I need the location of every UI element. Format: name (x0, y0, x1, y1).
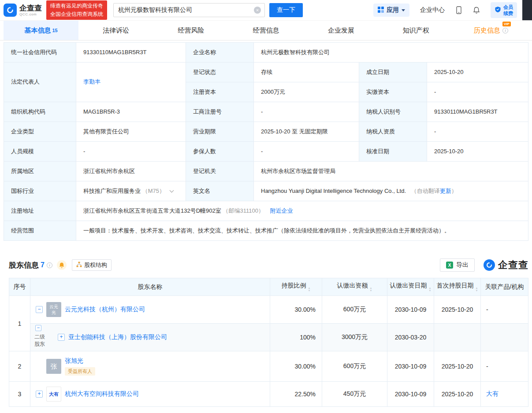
amount-date-value: 2030-03-20 (387, 324, 434, 351)
expand-icon[interactable] (58, 334, 65, 341)
first-date-value: 2025-10-20 (434, 296, 481, 324)
first-date-value (434, 324, 481, 351)
biz-reg-no-value: - (254, 102, 359, 122)
related-product-link[interactable]: 大有 (486, 390, 499, 397)
address-label: 注册地址 (4, 201, 76, 221)
tab-operation-info[interactable]: 经营信息 (228, 21, 303, 40)
slogan-line1: 缔造有远见的商业传奇 (50, 2, 103, 10)
tab-history-info[interactable]: 历史信息 VIP (454, 21, 528, 40)
search-button[interactable]: 查一下 (269, 3, 303, 17)
search-input[interactable] (113, 3, 265, 17)
col-amount[interactable]: 认缴出资额 (322, 278, 387, 296)
slogan-line2: 全国企业信用查询系统 (50, 10, 103, 18)
logo-title: 企查查 (19, 4, 42, 12)
amount-date-value: 2030-10-09 (387, 351, 434, 382)
legal-rep-value: 李勤丰 (76, 63, 186, 102)
taxpayer-quali-label: 纳税人资质 (359, 122, 427, 142)
table-row: 3 大有 杭州大有空间科技有限公司 22.50% 450万元 2030-10-0… (9, 382, 528, 407)
legal-rep-label: 法定代表人 (4, 63, 76, 102)
expand-icon[interactable] (36, 391, 43, 398)
monitor-bell-icon[interactable] (57, 260, 67, 270)
tab-legal-litigation[interactable]: 法律诉讼 (78, 21, 153, 40)
vip-badge-icon (495, 6, 501, 14)
tab-basic-info-count: 15 (52, 28, 57, 33)
related-value (481, 324, 528, 351)
shareholder-name-link[interactable]: 张旭光 (65, 357, 83, 365)
edge-dark-panel (522, 0, 532, 20)
establish-date-label: 成立日期 (359, 63, 427, 82)
reg-capital-label: 注册资本 (186, 82, 254, 102)
scope-label: 经营范围 (4, 221, 76, 241)
chevron-down-icon (402, 9, 405, 11)
vip-tag: VIP (502, 22, 511, 26)
tab-operation-risk[interactable]: 经营风险 (153, 21, 228, 40)
top-header: 企查查 QCC.com 缔造有远见的商业传奇 全国企业信用查询系统 × 查一下 … (0, 0, 532, 20)
mobile-phone-icon[interactable] (455, 6, 462, 15)
english-name-label: 英文名 (186, 181, 254, 201)
auto-translate-note: （自动翻译 (411, 188, 440, 194)
shareholder-name-link[interactable]: 杭州大有空间科技有限公司 (65, 390, 139, 398)
collapse-icon[interactable] (36, 306, 43, 313)
chevron-down-icon[interactable] (169, 188, 174, 192)
sort-icon[interactable] (308, 287, 311, 292)
notification-bell-icon[interactable] (473, 7, 480, 14)
amount-date-value: 2030-10-09 (387, 382, 434, 407)
tab-company-development[interactable]: 企业发展 (304, 21, 379, 40)
legal-rep-link[interactable]: 李勤丰 (83, 78, 100, 85)
info-icon[interactable] (502, 28, 508, 33)
app-menu-button[interactable]: 应用 (373, 4, 409, 17)
info-icon[interactable] (47, 262, 52, 268)
shareholder-name-link[interactable]: 云元光科技（杭州）有限公司 (65, 306, 145, 313)
row-no: 3 (9, 382, 30, 407)
insured-count-label: 参保人数 (186, 142, 254, 162)
col-amount-date[interactable]: 认缴出资日期 (387, 278, 434, 296)
search-box: × (113, 3, 265, 17)
region-value: 浙江省杭州市余杭区 (76, 162, 186, 181)
org-code-label: 组织机构代码 (4, 102, 76, 122)
enterprise-center-link[interactable]: 企业中心 (420, 6, 445, 14)
amount-date-value: 2030-10-09 (387, 296, 434, 324)
vip-renew-button[interactable]: 会员 续费 (491, 2, 517, 18)
industry-code: （M75） (142, 188, 165, 194)
beneficial-owner-tag: 受益所有人 (65, 367, 95, 375)
company-type-value: 其他有限责任公司 (76, 122, 186, 142)
shareholder-name-link[interactable]: 亚士创能科技（上海）股份有限公司 (68, 333, 167, 341)
tab-basic-info[interactable]: 基本信息 15 (4, 21, 78, 40)
col-ratio[interactable]: 持股比例 (270, 278, 322, 296)
col-related: 关联产品/机构 (481, 278, 528, 296)
ratio-value: 30.00% (270, 351, 322, 382)
export-button[interactable]: X 导出 (440, 258, 475, 272)
qcc-logo[interactable]: 企查查 QCC.com (4, 4, 42, 17)
english-name-value: Hangzhou Yuanji Digital Intelligence Tec… (254, 181, 528, 201)
nearby-companies-link[interactable]: 附近企业 (270, 207, 293, 214)
col-first-date[interactable]: 首次持股日期 (434, 278, 481, 296)
collapse-sub-icon[interactable] (35, 325, 41, 331)
clear-search-icon[interactable]: × (254, 7, 261, 14)
shareholders-section: 股东信息 7 股权结构 X 导出 企查查 (9, 258, 528, 407)
paid-capital-value: - (427, 82, 528, 102)
amount-value: 600万元 (322, 296, 387, 324)
table-row: 2 张 张旭光 受益所有人 30.00% 600万元 2030-10-09 20… (9, 351, 528, 382)
related-value: - (481, 351, 528, 382)
tab-intellectual-property[interactable]: 知识产权 (379, 21, 454, 40)
address-zip: （邮编311100） (223, 207, 264, 214)
sort-icon[interactable] (476, 287, 478, 292)
paid-capital-label: 实缴资本 (359, 82, 427, 102)
biz-reg-no-label: 工商注册号 (186, 102, 254, 122)
excel-icon: X (446, 262, 453, 269)
insured-count-value: - (254, 142, 359, 162)
company-logo: 大有 (46, 387, 61, 402)
shareholders-count[interactable]: 7 (41, 261, 45, 269)
grid-icon (378, 7, 384, 14)
sort-icon[interactable] (370, 287, 372, 292)
equity-structure-button[interactable]: 股权结构 (72, 259, 112, 271)
industry-label: 国标行业 (4, 181, 76, 201)
sort-icon[interactable] (429, 287, 432, 292)
translate-update-link[interactable]: 更新 (440, 188, 451, 194)
amount-value: 600万元 (322, 351, 387, 382)
region-label: 所属地区 (4, 162, 76, 181)
taxpayer-id-label: 纳税人识别号 (359, 102, 427, 122)
sub-level-label: 二级股东 (33, 333, 47, 347)
staff-size-label: 人员规模 (4, 142, 76, 162)
table-row: 1 云元光 云元光科技（杭州）有限公司 30.00% 600万元 2030-10… (9, 296, 528, 324)
